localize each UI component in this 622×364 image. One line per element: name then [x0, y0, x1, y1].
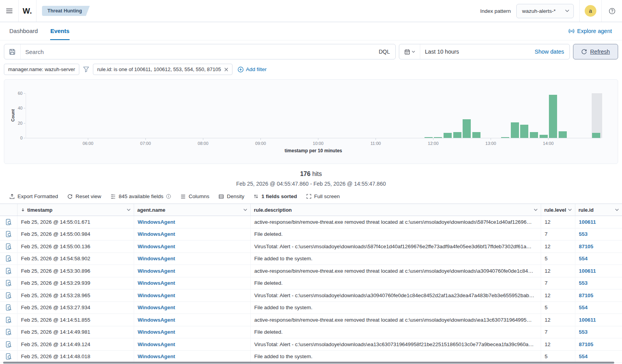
quick-select-button[interactable] [399, 44, 420, 59]
close-icon[interactable] [224, 68, 228, 71]
explore-agent-link[interactable]: Explore agent [568, 22, 612, 40]
histogram-chart[interactable]: Count 020406006:0007:0008:0009:0010:0011… [4, 80, 618, 164]
rule-id-link[interactable]: 87105 [579, 244, 593, 249]
column-header-rule-id[interactable]: rule.id [575, 204, 622, 216]
histogram-bar[interactable] [592, 133, 600, 138]
user-menu-button[interactable]: a [580, 0, 601, 22]
pinned-filter-pill[interactable]: manager.name: wazuh-server [4, 64, 79, 75]
inspect-document-button[interactable] [0, 216, 17, 228]
agent-name-link[interactable]: WindowsAgent [138, 305, 175, 310]
column-header-timestamp[interactable]: timestamp [17, 204, 134, 216]
table-row[interactable]: Feb 25, 2026 @ 14:54:58.902 WindowsAgent… [0, 253, 622, 265]
table-row[interactable]: Feb 25, 2026 @ 14:55:00.984 WindowsAgent… [0, 228, 622, 241]
table-row[interactable]: Feb 25, 2026 @ 14:14:48.018 WindowsAgent… [0, 351, 622, 363]
rule-id-link[interactable]: 553 [579, 280, 587, 286]
histogram-bar[interactable] [501, 137, 509, 138]
rule-id-link[interactable]: 100611 [579, 317, 596, 323]
chevron-down-icon[interactable] [243, 209, 247, 211]
agent-name-link[interactable]: WindowsAgent [138, 256, 175, 261]
tab-events[interactable]: Events [50, 22, 69, 40]
table-row[interactable]: Feb 25, 2026 @ 14:14:49.981 WindowsAgent… [0, 326, 622, 339]
table-row[interactable]: Feb 25, 2026 @ 14:53:29.939 WindowsAgent… [0, 277, 622, 290]
menu-button[interactable] [0, 0, 19, 22]
table-row[interactable]: Feb 25, 2026 @ 14:14:49.124 WindowsAgent… [0, 338, 622, 351]
index-pattern-select[interactable]: wazuh-alerts-* [516, 4, 574, 18]
export-formatted-button[interactable]: Export Formatted [9, 193, 58, 199]
chevron-down-icon[interactable] [534, 209, 538, 211]
rule-id-link[interactable]: 554 [579, 256, 587, 261]
inspect-document-button[interactable] [0, 253, 17, 265]
table-row[interactable]: Feb 25, 2026 @ 14:55:01.671 WindowsAgent… [0, 216, 622, 228]
rule-id-link[interactable]: 100611 [579, 268, 596, 274]
rule-id-link[interactable]: 554 [579, 354, 587, 359]
histogram-bar[interactable] [453, 132, 461, 138]
agent-name-link[interactable]: WindowsAgent [138, 231, 175, 237]
app-logo[interactable]: W. [19, 0, 37, 22]
histogram-bar[interactable] [444, 133, 452, 138]
rule-id-link[interactable]: 100611 [579, 219, 596, 225]
columns-button[interactable]: Columns [180, 193, 209, 199]
column-header-rule-level[interactable]: rule.level [541, 204, 575, 216]
histogram-bar[interactable] [511, 122, 519, 138]
rule-id-link[interactable]: 87105 [579, 293, 593, 298]
rule-id-filter-pill[interactable]: rule.id: is one of 100611, 100612, 553, … [93, 64, 232, 75]
rule-id-link[interactable]: 553 [579, 329, 587, 335]
rule-id-link[interactable]: 553 [579, 231, 587, 237]
column-header-agent-name[interactable]: agent.name [134, 204, 251, 216]
available-fields-button[interactable]: 845 available fields [110, 193, 171, 199]
chevron-down-icon[interactable] [615, 209, 619, 211]
agent-name-link[interactable]: WindowsAgent [138, 354, 175, 359]
inspect-document-button[interactable] [0, 265, 17, 277]
breadcrumb[interactable]: Threat Hunting [42, 6, 90, 16]
histogram-bar[interactable] [425, 137, 433, 138]
inspect-document-button[interactable] [0, 277, 17, 289]
time-range-value[interactable]: Last 10 hours [420, 49, 529, 55]
add-filter-button[interactable]: Add filter [238, 66, 267, 73]
rule-id-link[interactable]: 87105 [579, 341, 593, 347]
dql-button[interactable]: DQL [373, 49, 395, 55]
save-query-button[interactable] [4, 44, 21, 59]
rule-id-link[interactable]: 554 [579, 305, 587, 310]
agent-name-link[interactable]: WindowsAgent [138, 293, 175, 298]
agent-name-link[interactable]: WindowsAgent [138, 219, 175, 225]
histogram-bar[interactable] [472, 132, 480, 138]
table-row[interactable]: Feb 25, 2026 @ 14:53:30.896 WindowsAgent… [0, 265, 622, 277]
inspect-document-button[interactable] [0, 289, 17, 301]
inspect-document-button[interactable] [0, 302, 17, 314]
histogram-bar[interactable] [463, 119, 471, 138]
help-button[interactable] [602, 0, 622, 22]
agent-name-link[interactable]: WindowsAgent [138, 280, 175, 286]
agent-name-link[interactable]: WindowsAgent [138, 268, 175, 274]
density-button[interactable]: Density [218, 193, 244, 199]
inspect-document-button[interactable] [0, 326, 17, 338]
histogram-bar[interactable] [540, 135, 548, 138]
search-input[interactable] [21, 49, 373, 55]
column-header-rule-description[interactable]: rule.description [251, 204, 541, 216]
tab-dashboard[interactable]: Dashboard [9, 22, 38, 40]
fields-sorted-button[interactable]: 1 fields sorted [253, 193, 297, 199]
inspect-document-button[interactable] [0, 314, 17, 326]
histogram-bar[interactable] [549, 95, 557, 138]
inspect-document-button[interactable] [0, 240, 17, 253]
inspect-document-button[interactable] [0, 228, 17, 240]
table-row[interactable]: Feb 25, 2026 @ 14:14:51.855 WindowsAgent… [0, 314, 622, 326]
table-row[interactable]: Feb 25, 2026 @ 14:53:27.934 WindowsAgent… [0, 302, 622, 314]
table-row[interactable]: Feb 25, 2026 @ 14:53:28.965 WindowsAgent… [0, 289, 622, 302]
full-screen-button[interactable]: Full screen [306, 193, 340, 199]
inspect-document-button[interactable] [0, 338, 17, 350]
chevron-down-icon[interactable] [127, 209, 131, 211]
histogram-bar[interactable] [530, 132, 538, 138]
histogram-bar[interactable] [520, 125, 528, 138]
histogram-bar[interactable] [434, 137, 442, 138]
show-dates-link[interactable]: Show dates [529, 49, 570, 55]
histogram-bar[interactable] [559, 131, 567, 138]
agent-name-link[interactable]: WindowsAgent [138, 329, 175, 335]
horizontal-scrollbar[interactable] [3, 362, 614, 364]
chevron-down-icon[interactable] [568, 209, 572, 211]
reset-view-button[interactable]: Reset view [67, 193, 101, 199]
table-row[interactable]: Feb 25, 2026 @ 14:55:00.136 WindowsAgent… [0, 240, 622, 253]
agent-name-link[interactable]: WindowsAgent [138, 317, 175, 323]
refresh-button[interactable]: Refresh [573, 44, 618, 59]
agent-name-link[interactable]: WindowsAgent [138, 244, 175, 249]
agent-name-link[interactable]: WindowsAgent [138, 341, 175, 347]
